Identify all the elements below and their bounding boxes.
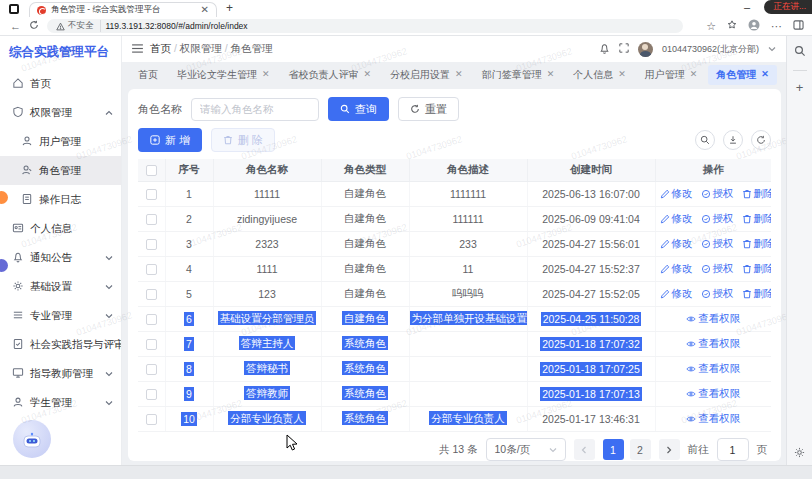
sidebar-item-操作日志[interactable]: 操作日志 [0,185,121,214]
edit-link[interactable]: 修改 [660,262,693,276]
page-tab-角色管理[interactable]: 角色管理✕ [708,65,777,85]
row-checkbox[interactable] [146,264,157,275]
page-number-button[interactable]: 2 [630,439,651,460]
new-tab-button[interactable]: + [226,1,233,15]
minimize-button[interactable]: – [744,2,750,13]
reset-button[interactable]: 重置 [398,97,459,121]
add-button[interactable]: 新 增 [138,128,202,152]
sidebar-add-icon[interactable]: + [796,80,804,95]
authorize-link[interactable]: 授权 [701,212,734,226]
edit-link[interactable]: 修改 [660,212,693,226]
prev-page-button[interactable] [574,439,595,460]
page-number-button[interactable]: 1 [603,439,624,460]
next-page-button[interactable] [659,439,680,460]
delete-link[interactable]: 删除 [742,262,772,276]
goto-page-input[interactable] [717,438,749,461]
bookmark-star-icon[interactable]: ☆ [706,21,716,32]
address-bar[interactable]: 不安全 119.3.191.32:8080/#/admin/role/index [47,19,683,33]
authorize-link[interactable]: 授权 [701,262,734,276]
user-avatar[interactable] [638,42,653,57]
notification-bell-icon[interactable] [599,43,610,56]
breadcrumb-item[interactable]: 角色管理 [231,42,273,54]
view-permissions-link[interactable]: 查看权限 [686,312,740,326]
assistant-robot-avatar[interactable] [13,420,51,458]
page-tab-个人信息[interactable]: 个人信息✕ [565,65,634,85]
sidebar-item-用户管理[interactable]: 用户管理 [0,127,121,156]
delete-link[interactable]: 删除 [742,287,772,301]
page-tab-首页[interactable]: 首页 [130,65,166,85]
breadcrumb-item[interactable]: 首页 [150,42,171,54]
close-tab-icon[interactable]: ✕ [455,70,463,79]
close-tab-icon[interactable]: ✕ [364,70,372,79]
browser-profile-avatar[interactable] [748,19,760,33]
row-checkbox[interactable] [146,339,157,350]
back-icon[interactable]: ← [10,21,21,32]
edit-link[interactable]: 修改 [660,187,693,201]
authorize-link[interactable]: 授权 [701,237,734,251]
view-permissions-link[interactable]: 查看权限 [686,337,740,351]
role-name-input[interactable] [191,98,319,121]
page-tab-省校负责人评审[interactable]: 省校负责人评审✕ [281,65,380,85]
search-button[interactable]: 查询 [328,97,389,121]
row-checkbox[interactable] [146,364,157,375]
row-checkbox[interactable] [146,389,157,400]
page-tab-分校启用设置[interactable]: 分校启用设置✕ [382,65,471,85]
delete-button[interactable]: 删 除 [211,128,275,152]
sidebar-item-社会实践指导与评审[interactable]: 社会实践指导与评审 [0,330,121,359]
close-tab-icon[interactable]: ✕ [761,70,769,79]
page-tab-部门签章管理[interactable]: 部门签章管理✕ [474,65,563,85]
close-tab-icon[interactable]: ✕ [690,70,698,79]
page-tab-毕业论文学生管理[interactable]: 毕业论文学生管理✕ [169,65,278,85]
authorize-link[interactable]: 授权 [701,187,734,201]
page-size-select[interactable]: 10条/页 [486,438,566,461]
sidebar-item-指导教师管理[interactable]: 指导教师管理 [0,359,121,388]
cell-created-time: 2025-04-27 15:52:05 [527,281,655,306]
sidebar-item-首页[interactable]: 首页 [0,69,121,98]
breadcrumb-item[interactable]: 权限管理 [180,42,222,54]
refresh-icon[interactable] [29,20,39,32]
row-checkbox[interactable] [146,189,157,200]
sidebar-item-权限管理[interactable]: 权限管理 [0,98,121,127]
view-permissions-link[interactable]: 查看权限 [686,362,740,376]
download-tool[interactable] [723,130,743,150]
row-checkbox[interactable] [146,214,157,225]
role-management-card: 角色名称 查询 重置 新 [128,89,781,461]
table-refresh-tool[interactable] [751,130,771,150]
view-permissions-link[interactable]: 查看权限 [686,387,740,401]
close-tab-icon[interactable]: ✕ [618,70,626,79]
edit-link[interactable]: 修改 [660,237,693,251]
sidebar-item-个人信息[interactable]: 个人信息 [0,214,121,243]
sidebar-search-icon[interactable] [794,43,806,61]
sidebar-toggle-icon[interactable] [793,20,804,32]
select-all-checkbox[interactable] [146,165,157,176]
user-chevron-down-icon[interactable] [768,46,776,52]
browser-tab[interactable]: 角色管理 - 综合实践管理平台 ✕ [29,2,217,17]
row-checkbox[interactable] [146,289,157,300]
collapse-menu-icon[interactable] [132,44,143,55]
collections-icon[interactable] [727,20,737,32]
page-tab-用户管理[interactable]: 用户管理✕ [637,65,706,85]
row-checkbox[interactable] [146,239,157,250]
sidebar-item-学生管理[interactable]: 学生管理 [0,388,121,417]
row-checkbox[interactable] [146,414,157,425]
more-options-icon[interactable]: ⋯ [771,21,782,32]
close-tab-icon[interactable]: ✕ [547,70,555,79]
username[interactable]: 01044730962(北京分部) [662,43,759,56]
delete-link[interactable]: 删除 [742,237,772,251]
table-search-tool[interactable] [695,130,715,150]
cell-role-name: 基础设置分部管理员 [213,306,321,331]
sidebar-item-角色管理[interactable]: 角色管理 [0,156,121,185]
sidebar-item-专业管理[interactable]: 专业管理 [0,301,121,330]
edit-link[interactable]: 修改 [660,287,693,301]
delete-link[interactable]: 删除 [742,187,772,201]
row-checkbox[interactable] [146,314,157,325]
delete-link[interactable]: 删除 [742,212,772,226]
sidebar-item-通知公告[interactable]: 通知公告 [0,243,121,272]
close-tab-icon[interactable]: ✕ [262,70,270,79]
sidebar-item-基础设置[interactable]: 基础设置 [0,272,121,301]
authorize-link[interactable]: 授权 [701,287,734,301]
sidebar-settings-gear-icon[interactable] [787,447,812,458]
view-permissions-link[interactable]: 查看权限 [686,412,740,426]
tab-close-icon[interactable]: ✕ [201,5,209,15]
fullscreen-icon[interactable] [619,43,629,55]
